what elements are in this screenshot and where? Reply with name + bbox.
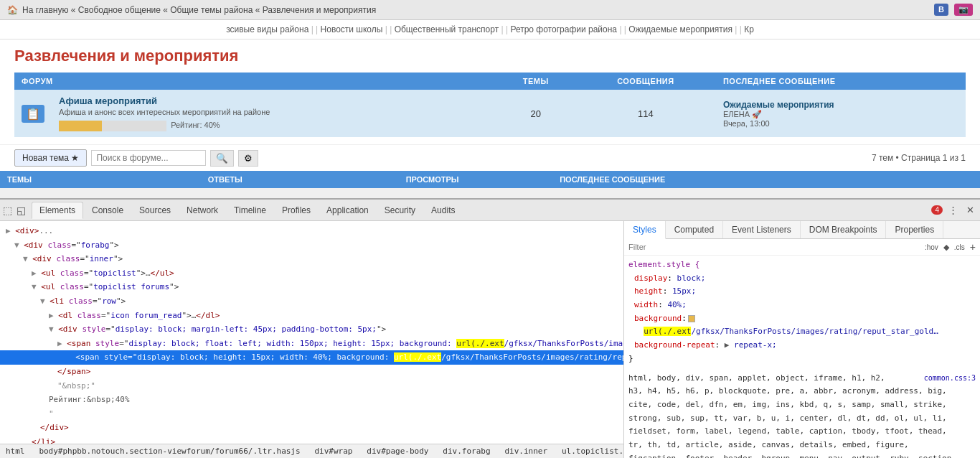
vk-button[interactable]: В — [934, 4, 948, 16]
action-bar: Новая тема ★ 🔍 ⚙ 7 тем • Страница 1 из 1 — [0, 144, 980, 171]
bc-wrap[interactable]: div#wrap — [315, 447, 353, 456]
forum-rating: Рейтинг: 40% — [59, 121, 489, 131]
rating-stars-bg — [59, 121, 166, 131]
bc-forabg[interactable]: div.forabg — [443, 447, 490, 456]
hov-button[interactable]: :hov — [923, 243, 941, 252]
topics-col-header: ТЕМЫ — [496, 73, 575, 90]
css-inherited-selector5: fieldset, form, label, legend, table, ca… — [628, 425, 976, 439]
nav-item-2[interactable]: Новости школы — [321, 24, 383, 34]
devtools-close-button[interactable]: ✕ — [963, 203, 977, 217]
topics-table: ТЕМЫ ОТВЕТЫ ПРОСМОТРЫ ПОСЛЕДНЕЕ СООБЩЕНИ… — [0, 171, 980, 188]
add-style-button[interactable]: + — [970, 241, 976, 253]
tab-profiles[interactable]: Profiles — [275, 202, 318, 218]
forum-name[interactable]: Афиша мероприятий — [59, 95, 489, 106]
tab-audits[interactable]: Audits — [424, 202, 462, 218]
tab-application[interactable]: Application — [319, 202, 376, 218]
tab-properties[interactable]: Properties — [886, 221, 943, 238]
nav-item-3[interactable]: Общественный транспорт — [395, 24, 499, 34]
settings-button[interactable]: ⚙ — [238, 150, 258, 167]
forum-icon: 📋 — [22, 105, 44, 123]
dom-line: ▶ <dl class="icon forum_read">…</dl> — [0, 309, 623, 323]
element-style-block: element.style { display: block; height: … — [628, 258, 976, 366]
page-info: 7 тем • Страница 1 из 1 — [872, 153, 966, 163]
instagram-button[interactable]: 📷 — [954, 4, 973, 16]
css-prop-background: background: — [628, 312, 976, 326]
dom-line: </li> — [0, 435, 623, 444]
dom-content[interactable]: ▶ <div>... ▼ <div class="forabg"> ▼ <div… — [0, 221, 623, 444]
last-msg-author: ЕЛЕНА 🚀 — [723, 110, 958, 119]
breadcrumb: На главную « Свободное общение « Общие т… — [22, 5, 376, 15]
devtools-body: ▶ <div>... ▼ <div class="forabg"> ▼ <div… — [0, 221, 980, 458]
inspect-icon[interactable]: ◱ — [17, 205, 26, 216]
css-inherited-selector3: cite, code, del, dfn, em, img, ins, kbd,… — [628, 398, 976, 412]
tab-event-listeners[interactable]: Event Listeners — [723, 221, 801, 238]
styles-content: element.style { display: block; height: … — [624, 256, 980, 458]
css-prop-display: display: block; — [628, 272, 976, 286]
rating-stars-fill — [59, 121, 102, 131]
tab-computed[interactable]: Computed — [666, 221, 723, 238]
nav-item-6[interactable]: Кр — [744, 24, 754, 34]
css-prop-width: width: 40%; — [628, 299, 976, 312]
bc-body[interactable]: body#phpbb.notouch.section-viewforum/for… — [39, 447, 300, 456]
last-msg-col: ПОСЛЕДНЕЕ СООБЩЕНИЕ — [552, 171, 980, 188]
dom-breadcrumb: html body#phpbb.notouch.section-viewforu… — [0, 444, 623, 458]
forum-msgs-count: 114 — [575, 90, 716, 137]
social-buttons: В 📷 — [934, 4, 973, 16]
css-selector-line: element.style { — [628, 258, 976, 272]
error-count: 4 — [931, 205, 943, 215]
css-close-brace: } — [628, 352, 976, 366]
nav-item-5[interactable]: Ожидаемые мероприятия — [628, 24, 732, 34]
forum-table: ФОРУМ ТЕМЫ СООБЩЕНИЯ ПОСЛЕДНЕЕ СООБЩЕНИЕ… — [14, 73, 966, 137]
css-prop-bg-repeat: background-repeat: ▶ repeat-x; — [628, 339, 976, 352]
css-inherited-selector7: figcaption, footer, header, hgroup, menu… — [628, 452, 976, 458]
dom-line: ▶ <div>... — [0, 224, 623, 238]
forum-info-cell: Афиша мероприятий Афиша и анонс всех инт… — [52, 90, 496, 137]
cursor-icon[interactable]: ⬚ — [3, 205, 12, 216]
last-col-header: ПОСЛЕДНЕЕ СООБЩЕНИЕ — [716, 73, 966, 90]
tab-security[interactable]: Security — [377, 202, 423, 218]
tab-dom-breakpoints[interactable]: DOM Breakpoints — [801, 221, 887, 238]
bc-page-body[interactable]: div#page-body — [367, 447, 428, 456]
dom-line: </div> — [0, 421, 623, 435]
forum-header-row: ФОРУМ ТЕМЫ СООБЩЕНИЯ ПОСЛЕДНЕЕ СООБЩЕНИЕ — [14, 73, 966, 90]
tab-styles[interactable]: Styles — [624, 221, 666, 239]
dom-line: "&nbsp;" — [0, 379, 623, 393]
dom-line: " — [0, 407, 623, 421]
cls-button[interactable]: .cls — [952, 243, 967, 252]
devtools-panel: ⬚ ◱ Elements Console Sources Network Tim… — [0, 198, 980, 458]
forum-topics-count: 20 — [496, 90, 575, 137]
last-msg-title[interactable]: Ожидаемые мероприятия — [723, 100, 958, 110]
bc-topiclist[interactable]: ul.topiclist.forums — [562, 447, 623, 456]
nav-item-4[interactable]: Ретро фотографии района — [510, 24, 617, 34]
styles-filter-input[interactable] — [628, 243, 920, 251]
forum-last-msg: Ожидаемые мероприятия ЕЛЕНА 🚀 Вчера, 13:… — [716, 90, 966, 137]
devtools-menu-button[interactable]: ⋮ — [946, 203, 961, 217]
msgs-col-header: СООБЩЕНИЯ — [575, 73, 716, 90]
dot-icon: ◆ — [943, 243, 949, 252]
bc-inner[interactable]: div.inner — [504, 447, 547, 456]
tab-console[interactable]: Console — [85, 202, 131, 218]
css-inherited-selector6: tr, th, td, article, aside, canvas, deta… — [628, 439, 976, 452]
nav-item-1[interactable]: зсивые виды района — [226, 24, 308, 34]
tab-network[interactable]: Network — [179, 202, 225, 218]
last-msg-date: Вчера, 13:00 — [723, 119, 958, 128]
views-col: ПРОСМОТРЫ — [312, 171, 552, 188]
css-url-line: url(./.ext/gfksx/ThanksForPosts/images/r… — [628, 325, 976, 339]
nav-menu: зсивые виды района | | Новости школы | |… — [0, 20, 980, 39]
search-input[interactable] — [91, 150, 206, 166]
main-content: Развлечения и мероприятия ФОРУМ ТЕМЫ СОО… — [0, 39, 980, 144]
new-topic-button[interactable]: Новая тема ★ — [14, 149, 87, 167]
search-button[interactable]: 🔍 — [210, 150, 234, 167]
styles-panel: Styles Computed Event Listeners DOM Brea… — [624, 221, 980, 458]
devtools-icons: 4 ⋮ ✕ — [931, 203, 977, 217]
css-inherited-selector2: h3, h4, h5, h6, p, blockquote, pre, a, a… — [628, 385, 976, 398]
dom-line-selected: <span style="display: block; height: 15p… — [0, 350, 623, 365]
bc-html[interactable]: html — [6, 447, 25, 456]
tab-sources[interactable]: Sources — [132, 202, 178, 218]
css-source-link[interactable]: common.css:3 — [924, 372, 976, 384]
devtools-tabs: ⬚ ◱ Elements Console Sources Network Tim… — [0, 200, 980, 221]
tab-elements[interactable]: Elements — [32, 202, 83, 219]
dom-line: ▼ <div class="forabg"> — [0, 238, 623, 253]
url-highlight: url(./.ext — [644, 327, 691, 336]
tab-timeline[interactable]: Timeline — [227, 202, 273, 218]
